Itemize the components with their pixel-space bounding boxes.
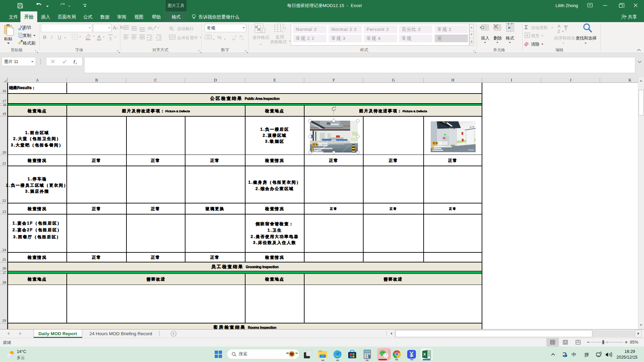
svg-text:打卡: 打卡 [433, 142, 438, 145]
svg-text:A: A [557, 24, 561, 29]
svg-text:→.0: →.0 [239, 38, 244, 41]
svg-text:拼: 拼 [584, 352, 589, 357]
svg-text:.00: .00 [239, 35, 243, 38]
svg-text:x: x [75, 62, 77, 65]
svg-text:%: % [217, 35, 221, 40]
svg-text:16:22: 16:22 [438, 141, 448, 145]
svg-text:≠: ≠ [261, 29, 263, 32]
svg-text:16:22: 16:22 [318, 142, 328, 146]
svg-text:中: 中 [572, 352, 576, 357]
svg-text:←.0: ←.0 [231, 35, 236, 38]
svg-text:.00: .00 [231, 38, 235, 41]
svg-text:,: , [224, 35, 225, 40]
svg-text:ab: ab [169, 25, 173, 29]
svg-text:X: X [423, 352, 426, 356]
svg-text:Z: Z [557, 29, 560, 34]
svg-text:ab: ab [148, 26, 152, 31]
svg-text:打卡: 打卡 [313, 143, 318, 146]
